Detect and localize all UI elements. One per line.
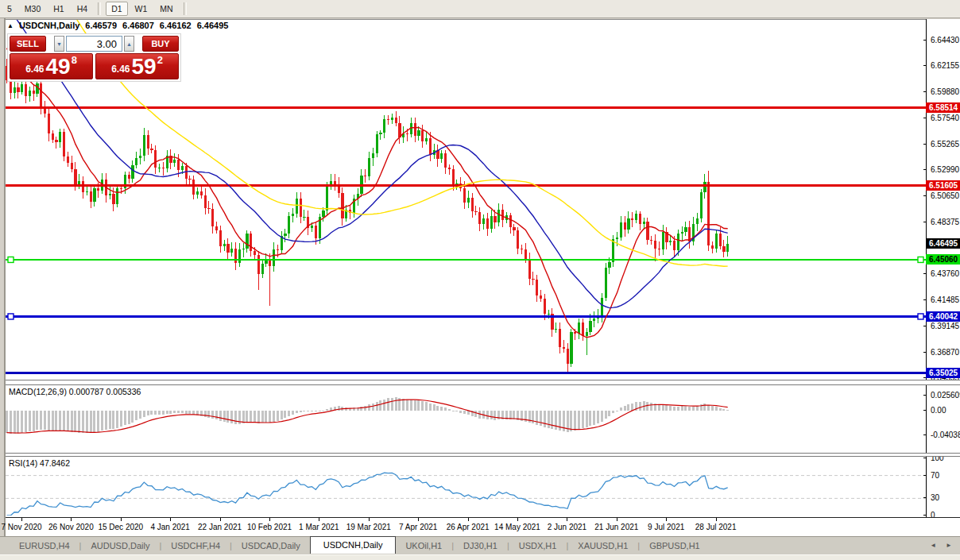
timeframe-button-mn[interactable]: MN	[154, 2, 178, 16]
timeframe-button-h1[interactable]: H1	[48, 2, 69, 16]
macd-tick: -0.040386	[927, 431, 960, 440]
trade-panel-quotes: 6.46 49 8 6.46 59 2	[10, 53, 179, 79]
sell-price-prefix: 6.46	[25, 64, 44, 75]
rsi-tick: 30	[927, 493, 960, 503]
price-badge: 6.46495	[926, 238, 960, 249]
price-tick: 6.55265	[927, 140, 960, 149]
price-tick: 6.64430	[927, 36, 960, 45]
date-label: 2 Jun 2021	[548, 523, 587, 531]
date-label: 21 Jun 2021	[594, 523, 638, 531]
ohlc-low: 6.46162	[160, 21, 192, 30]
pane-separator-macd[interactable]	[6, 380, 960, 385]
chart-window[interactable]	[6, 19, 960, 517]
status-strip	[0, 554, 960, 560]
trade-panel-controls: SELL ▼ 3.00 ▲ BUY	[10, 36, 179, 52]
price-badge: 6.40042	[926, 311, 960, 322]
price-tick: 6.43760	[927, 269, 960, 279]
date-tick-mark	[617, 518, 617, 521]
price-axis[interactable]: 6.644306.621556.598806.575406.552656.529…	[927, 19, 960, 517]
tab-usdchf-h4[interactable]: USDCHF,H4	[161, 539, 230, 553]
date-label: 26 Apr 2021	[447, 523, 490, 531]
volume-increment-button[interactable]: ▲	[124, 36, 134, 52]
price-badge: 6.45060	[926, 254, 960, 265]
date-label: 28 Jul 2021	[695, 523, 737, 531]
volume-input[interactable]: 3.00	[66, 36, 122, 52]
tab-gbpusd-h1[interactable]: GBPUSD,H1	[640, 539, 710, 553]
timeframe-toolbar: 5M30H1H4D1W1MN	[0, 0, 960, 18]
price-tick: 6.57540	[927, 114, 960, 123]
sell-button[interactable]: SELL	[10, 36, 46, 52]
tab-usdcad-daily[interactable]: USDCAD,Daily	[232, 539, 310, 553]
date-label: 7 Nov 2020	[1, 523, 41, 531]
sell-price-sup: 8	[72, 54, 77, 66]
date-label: 14 May 2021	[494, 523, 540, 531]
tab-xauusd-h1[interactable]: XAUUSD,H1	[568, 539, 637, 553]
date-tick-mark	[716, 518, 717, 521]
price-badge: 6.58514	[926, 102, 960, 113]
ohlc-high: 6.46807	[122, 21, 154, 30]
tab-ukoil-h1[interactable]: UKOil,H1	[396, 539, 451, 553]
tab-usdx-h1[interactable]: USDX,H1	[509, 539, 567, 553]
date-tick-mark	[170, 518, 171, 521]
buy-price-tile[interactable]: 6.46 59 2	[95, 53, 179, 79]
chart-tab-bar: EURUSD,H4|AUDUSD,Daily|USDCHF,H4|USDCAD,…	[0, 536, 960, 554]
tab-scroll-left-icon[interactable]: ◄	[930, 542, 936, 549]
date-tick-mark	[71, 518, 72, 521]
buy-button[interactable]: BUY	[142, 36, 179, 52]
pane-separator-rsi[interactable]	[6, 453, 960, 457]
tab-scroll-right-icon[interactable]: ►	[946, 542, 952, 549]
timeframe-button-m30[interactable]: M30	[19, 2, 46, 16]
price-tick: 6.62155	[927, 61, 960, 71]
buy-price-big: 59	[131, 56, 156, 77]
date-label: 26 Nov 2020	[48, 523, 94, 531]
sell-price-tile[interactable]: 6.46 49 8	[10, 53, 93, 79]
macd-tick: 0.025609	[927, 391, 960, 400]
price-tick: 6.41485	[927, 295, 960, 305]
price-tick: 6.36870	[927, 348, 960, 357]
price-badge: 6.51605	[926, 180, 960, 191]
price-tick: 6.50650	[927, 191, 960, 201]
timeframe-button-5[interactable]: 5	[2, 2, 17, 16]
macd-indicator-label: MACD(12,26,9) 0.000787 0.005336	[9, 387, 141, 396]
date-label: 1 Mar 2021	[299, 523, 339, 531]
buy-price-prefix: 6.46	[111, 64, 130, 75]
tab-audusd-daily[interactable]: AUDUSD,Daily	[81, 539, 159, 553]
chart-title: ▲ USDCNH,Daily 6.46579 6.46807 6.46162 6…	[7, 21, 228, 30]
date-label: 7 Apr 2021	[399, 523, 437, 531]
volume-decrement-button[interactable]: ▼	[54, 36, 64, 52]
one-click-trading-panel: SELL ▼ 3.00 ▲ BUY 6.46 49 8 6.46 59 2	[7, 33, 181, 82]
collapse-triangle-icon[interactable]: ▲	[7, 22, 14, 29]
timeframe-button-d1[interactable]: D1	[106, 2, 127, 16]
timeframe-button-h4[interactable]: H4	[72, 2, 93, 16]
date-tick-mark	[369, 518, 370, 521]
price-tick: 6.39145	[927, 322, 960, 331]
tab-eurusd-h4[interactable]: EURUSD,H4	[10, 539, 79, 553]
date-tick-mark	[666, 518, 667, 521]
spacer	[136, 36, 141, 52]
tab-scroll-arrows: ◄ ►	[930, 542, 952, 549]
time-axis[interactable]: 7 Nov 202026 Nov 202015 Dec 20204 Jan 20…	[6, 517, 960, 536]
macd-tick: 0.00	[927, 406, 960, 415]
date-tick-mark	[319, 518, 319, 521]
toolbar-separator	[98, 2, 101, 15]
ohlc-open: 6.46579	[85, 21, 117, 30]
rsi-indicator-label: RSI(14) 47.8462	[9, 458, 70, 468]
date-tick-mark	[468, 518, 469, 521]
date-label: 22 Jan 2021	[198, 523, 242, 531]
date-label: 4 Jan 2021	[150, 523, 190, 531]
sell-price-big: 49	[45, 56, 70, 77]
date-label: 19 Mar 2021	[346, 523, 391, 531]
rsi-tick: 70	[927, 471, 960, 481]
ohlc-close: 6.46495	[197, 21, 229, 30]
tab-dj30-h1[interactable]: DJ30,H1	[454, 539, 507, 553]
date-tick-mark	[269, 518, 270, 521]
toolbar-separator	[184, 2, 187, 15]
price-tick: 6.48375	[927, 218, 960, 227]
timeframe-button-w1[interactable]: W1	[130, 2, 153, 16]
price-tick: 6.59880	[927, 87, 960, 97]
price-tick: 6.52990	[927, 165, 960, 175]
date-label: 15 Dec 2020	[98, 523, 143, 531]
price-badge: 6.35025	[926, 368, 960, 378]
tab-usdcnh-daily[interactable]: USDCNH,Daily	[310, 536, 397, 554]
buy-price-sup: 2	[157, 54, 163, 66]
